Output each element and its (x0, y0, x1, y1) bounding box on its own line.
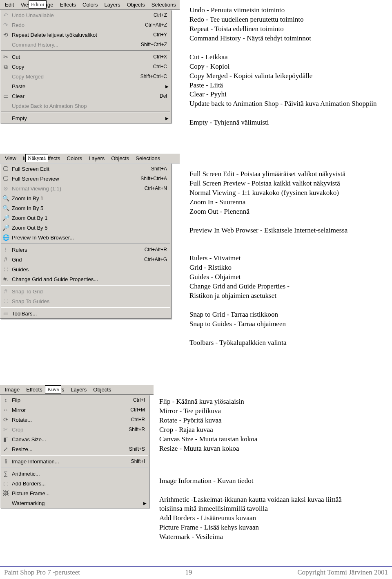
menu-item: Copy MergedShift+Ctrl+C (0, 72, 171, 81)
menu-edit[interactable]: Edit (2, 1, 17, 9)
submenu-arrow-icon: ▶ (143, 501, 147, 505)
menu-item[interactable]: ⤢Resize...Shift+S (0, 444, 149, 454)
menu-item[interactable]: ∑Arithmetic... (0, 469, 149, 478)
menu-item[interactable]: 🔎Zoom Out By 5 (0, 223, 171, 232)
menu-item[interactable]: Paste▶ (0, 81, 171, 91)
image-tag: Kuva (45, 385, 61, 393)
menu-view[interactable]: View (2, 154, 20, 162)
submenu-arrow-icon: ▶ (165, 116, 169, 121)
menu-item[interactable]: Watermarking▶ (0, 498, 149, 508)
menu-icon: ↷ (2, 21, 9, 29)
desc-line: Full Screen Preview - Poistaa kaikki val… (189, 179, 389, 188)
menu-icon: ⟳ (2, 416, 9, 423)
menu-layers[interactable]: Layers (85, 154, 108, 162)
menu-label: Zoom In By 1 (12, 195, 169, 201)
desc-line: Picture Frame - Lisää kehys kuvaan (159, 523, 388, 532)
menu-selections[interactable]: Selections (148, 1, 178, 9)
desc-line: Mirror - Tee peilikuva (159, 407, 388, 416)
image-descriptions: Flip - Käännä kuva ylösalaisinMirror - T… (159, 397, 388, 542)
menu-item[interactable]: 🔍Zoom In By 5 (0, 203, 171, 213)
menu-item[interactable]: 🌐Preview In Web Browser... (0, 232, 171, 242)
menu-item[interactable]: ⁝RulersCtrl+Alt+R (0, 245, 171, 255)
menu-icon: 🖵 (2, 175, 9, 182)
desc-line: Flip - Käännä kuva ylösalaisin (159, 397, 388, 407)
menu-item[interactable]: 🔍Zoom In By 1 (0, 193, 171, 203)
menu-label: Full Screen Preview (12, 176, 138, 182)
menu-icon: 🔍 (2, 204, 9, 212)
menu-shortcut: Shift+A (151, 166, 169, 172)
menu-label: ToolBars... (12, 311, 169, 317)
menu-shortcut: Shift+Ctrl+A (140, 176, 169, 181)
menu-item[interactable]: ▭ToolBars... (0, 309, 171, 318)
desc-line (189, 245, 389, 254)
menu-shortcut: Shift+Ctrl+C (140, 74, 169, 79)
menu-label: Rotate... (12, 417, 129, 423)
menu-label: Arithmetic... (12, 471, 147, 477)
menu-layers[interactable]: Layers (67, 386, 90, 393)
desc-line (189, 301, 389, 310)
menu-item[interactable]: 🖵Full Screen EditShift+A (0, 164, 171, 174)
menu-item[interactable]: ✂CutCtrl+X (0, 52, 171, 62)
menu-label: Rulers (12, 247, 142, 253)
menu-item[interactable]: 🖼Picture Frame... (0, 488, 149, 498)
menu-item[interactable]: ↕FlipCtrl+I (0, 395, 149, 405)
desc-line: Paste - Liitä (189, 81, 389, 90)
menu-label: Guides (12, 266, 169, 273)
menu-effects[interactable]: Effects (23, 386, 46, 393)
image-dropdown: ↕FlipCtrl+I↔MirrorCtrl+M⟳Rotate...Ctrl+R… (0, 395, 149, 508)
view-tag: Näkymä (25, 154, 48, 162)
menu-icon: ◧ (2, 436, 9, 443)
menu-separator (1, 243, 170, 244)
menu-item[interactable]: ℹImage Information...Shift+I (0, 456, 149, 466)
menu-label: Copy (12, 64, 151, 70)
menu-item[interactable]: ↔MirrorCtrl+M (0, 405, 149, 415)
footer-left: Paint Shop Pro 7 -perusteet (4, 568, 80, 577)
menu-item[interactable]: ◧Canvas Size... (0, 434, 149, 444)
menu-item: Update Back to Animation Shop (0, 101, 171, 111)
menu-item[interactable]: ⧉CopyCtrl+C (0, 62, 171, 72)
menu-selections[interactable]: Selections (132, 154, 163, 162)
menu-colors[interactable]: Colors (64, 154, 86, 162)
page-footer: Paint Shop Pro 7 -perusteet 19 Copyright… (0, 566, 392, 579)
desc-line (189, 217, 389, 226)
menu-item[interactable]: ▢Add Borders... (0, 478, 149, 488)
menu-layers[interactable]: Layers (101, 1, 124, 9)
menu-icon: ▭ (2, 310, 9, 317)
menu-item[interactable]: ⟲Repeat Delete leijuvat työkaluvalikotCt… (0, 30, 171, 40)
desc-line: Undo - Peruuta viimeisin toiminto (189, 6, 389, 15)
menu-shortcut: Ctrl+Alt+Z (145, 22, 169, 28)
menu-label: Crop (12, 427, 126, 433)
menu-item[interactable]: ▭ClearDel (0, 91, 171, 101)
menu-image[interactable]: Image (2, 386, 23, 393)
desc-line: Preview In Web Prowser - Esikatsele Inte… (189, 226, 389, 235)
menu-label: Zoom Out By 5 (12, 225, 169, 231)
menu-icon: 🌐 (2, 234, 9, 241)
menu-objects[interactable]: Objects (124, 1, 148, 9)
menu-icon (2, 102, 9, 110)
menu-item: ⊗Normal Viewing (1:1)Ctrl+Alt+N (0, 183, 171, 193)
menu-effects[interactable]: Effects (57, 1, 80, 9)
menu-icon: ✂ (2, 426, 9, 433)
menu-item[interactable]: ⸬Guides (0, 264, 171, 274)
menu-label: Update Back to Animation Shop (12, 103, 169, 109)
menu-separator (1, 467, 148, 468)
desc-line: Add Borders - Lisääreunus kuvaan (159, 514, 388, 523)
menu-icon: ▭ (2, 92, 9, 100)
menu-icon: ⤢ (2, 445, 9, 453)
menu-icon: ↶ (2, 11, 9, 19)
menu-item[interactable]: #.Change Grid and Guide Properties... (0, 274, 171, 284)
menu-item[interactable]: #GridCtrl+Alt+G (0, 255, 171, 264)
menu-item: Command History...Shift+Ctrl+Z (0, 40, 171, 49)
menu-colors[interactable]: Colors (79, 1, 101, 9)
menu-objects[interactable]: Objects (108, 154, 132, 162)
menu-item[interactable]: 🖵Full Screen PreviewShift+Ctrl+A (0, 174, 171, 183)
menu-shortcut: Ctrl+Alt+G (144, 257, 169, 262)
menu-item[interactable]: ⟳Rotate...Ctrl+R (0, 415, 149, 425)
menu-objects[interactable]: Objects (90, 386, 114, 393)
menu-item[interactable]: Empty▶ (0, 113, 171, 123)
menu-label: Preview In Web Browser... (12, 235, 169, 241)
footer-page-number: 19 (185, 568, 192, 577)
menu-icon: # (2, 256, 9, 263)
menu-item[interactable]: 🔎Zoom Out By 1 (0, 213, 171, 223)
desc-line: Update back to Animation Shop - Päivitä … (189, 99, 389, 109)
